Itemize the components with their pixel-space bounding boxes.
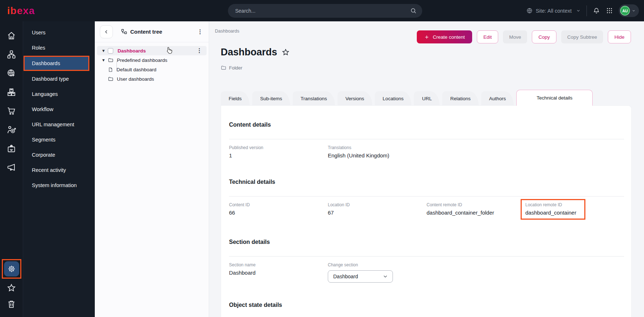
content-type-label: Folder xyxy=(229,65,242,71)
technical-details-panel: Content details Published version 1 Tran… xyxy=(221,105,632,317)
tab-technical-details[interactable]: Technical details xyxy=(516,90,593,106)
field-location-id: Location ID 67 xyxy=(328,202,427,220)
tab-url[interactable]: URL xyxy=(414,91,440,106)
menu-item-dashboards[interactable]: Dashboards xyxy=(25,57,88,70)
annotation-highlight-dashboards: Dashboards xyxy=(24,56,89,71)
main-content: Dashboards Create content Edit Move Copy… xyxy=(209,21,644,317)
packages-icon[interactable] xyxy=(7,87,16,97)
menu-item-dashboard-type[interactable]: Dashboard type xyxy=(23,71,95,86)
icon-rail xyxy=(0,21,23,317)
tree-guide-line xyxy=(116,61,117,71)
content-type-row: Folder xyxy=(221,65,242,71)
tab-sub-items[interactable]: Sub-items xyxy=(252,91,290,106)
search-input[interactable] xyxy=(235,8,410,14)
field-content-remote-id: Content remote ID dashboard_container_fo… xyxy=(427,202,525,220)
divider xyxy=(229,196,624,196)
caret-down-icon[interactable]: ▼ xyxy=(101,48,106,53)
caret-down-icon[interactable]: ▼ xyxy=(101,58,106,62)
tree-item-label: Default dashboard xyxy=(116,67,156,72)
section-details-heading: Section details xyxy=(229,239,624,245)
site-context-selector[interactable]: Site: All context xyxy=(526,7,581,14)
tree-item-label: User dashboards xyxy=(117,76,154,82)
menu-item-users[interactable]: Users xyxy=(23,25,95,40)
globe-pointer-icon[interactable] xyxy=(7,68,16,78)
plus-icon xyxy=(424,34,429,40)
notifications-bell-icon[interactable] xyxy=(593,7,600,14)
globe-icon xyxy=(526,7,533,14)
menu-item-corporate[interactable]: Corporate xyxy=(23,147,95,162)
object-state-details-heading: Object state details xyxy=(229,302,624,308)
content-tree-icon xyxy=(121,29,127,35)
breadcrumb[interactable]: Dashboards xyxy=(215,29,239,34)
chevron-down-icon xyxy=(382,274,388,279)
tree-item-dashboards[interactable]: ▼ Dashboards ⋮ xyxy=(97,46,207,55)
copy-button[interactable]: Copy xyxy=(532,30,556,43)
tree-checkbox[interactable] xyxy=(108,48,113,54)
tree-item-label: Dashboards xyxy=(118,48,146,54)
avatar: AU xyxy=(620,6,630,16)
field-change-section: Change section Dashboard xyxy=(328,262,427,283)
content-tree-panel: Content tree ⋮ ▼ Dashboards ⋮ ▼ Predefin… xyxy=(95,21,209,317)
field-published-version: Published version 1 xyxy=(229,145,328,158)
tree-item-label: Predefined dashboards xyxy=(117,58,168,63)
tree-item-user-dashboards[interactable]: ▼ User dashboards xyxy=(97,74,207,84)
page-title: Dashboards xyxy=(221,47,277,58)
technical-details-heading: Technical details xyxy=(229,179,624,185)
menu-item-recent-activity[interactable]: Recent activity xyxy=(23,162,95,178)
annotation-highlight-location-remote-id: Location remote ID dashboard_container xyxy=(521,199,585,220)
gear-icon xyxy=(7,264,16,274)
trash-icon[interactable] xyxy=(7,299,16,309)
tab-authors[interactable]: Authors xyxy=(481,91,514,106)
content-details-heading: Content details xyxy=(229,122,624,128)
menu-item-segments[interactable]: Segments xyxy=(23,132,95,147)
bookmarks-star-icon[interactable] xyxy=(7,283,16,293)
topbar-divider xyxy=(586,5,587,16)
content-tree-title: Content tree xyxy=(130,29,162,35)
global-search[interactable] xyxy=(228,4,422,18)
megaphone-icon[interactable] xyxy=(7,162,16,172)
tab-relations[interactable]: Relations xyxy=(442,91,478,106)
cart-icon[interactable] xyxy=(7,106,16,116)
action-toolbar: Create content Edit Move Copy Copy Subtr… xyxy=(417,30,631,43)
change-section-dropdown[interactable]: Dashboard xyxy=(328,270,393,283)
menu-item-languages[interactable]: Languages xyxy=(23,86,95,102)
favorite-star-icon[interactable] xyxy=(281,48,290,56)
create-content-button[interactable]: Create content xyxy=(417,30,472,43)
admin-menu-sidebar: Users Roles Dashboards Dashboard type La… xyxy=(23,21,95,317)
tree-item-predefined-dashboards[interactable]: ▼ Predefined dashboards xyxy=(97,55,207,65)
field-section-name: Section name Dashboard xyxy=(229,262,328,283)
search-icon[interactable] xyxy=(410,7,417,14)
tree-options-kebab-icon[interactable]: ⋮ xyxy=(197,29,203,35)
annotation-highlight-gear xyxy=(2,259,21,279)
copy-subtree-button[interactable]: Copy Subtree xyxy=(561,30,603,43)
tab-translations[interactable]: Translations xyxy=(293,91,335,106)
id-badge-icon[interactable] xyxy=(7,144,16,153)
chevron-down-icon xyxy=(576,8,581,13)
menu-item-system-information[interactable]: System information xyxy=(23,178,95,193)
tab-locations[interactable]: Locations xyxy=(375,91,412,106)
tree-item-kebab-icon[interactable]: ⋮ xyxy=(196,48,202,54)
tab-versions[interactable]: Versions xyxy=(338,91,372,106)
tree-item-default-dashboard[interactable]: ▼ Default dashboard xyxy=(97,65,207,74)
admin-settings-active[interactable] xyxy=(4,261,19,276)
home-icon[interactable] xyxy=(7,31,16,41)
edit-button[interactable]: Edit xyxy=(477,30,498,43)
apps-grid-icon[interactable] xyxy=(606,7,613,14)
hide-button[interactable]: Hide xyxy=(608,30,631,43)
folder-icon xyxy=(221,65,226,71)
collapse-tree-button[interactable] xyxy=(100,25,113,38)
divider xyxy=(229,139,624,139)
menu-item-roles[interactable]: Roles xyxy=(23,40,95,55)
move-button[interactable]: Move xyxy=(503,30,527,43)
menu-item-workflow[interactable]: Workflow xyxy=(23,102,95,117)
audience-target-icon[interactable] xyxy=(7,125,16,135)
field-translations: Translations English (United Kingdom) xyxy=(328,145,427,158)
tab-fields[interactable]: Fields xyxy=(221,91,250,106)
chevron-down-icon xyxy=(632,9,636,13)
topbar: ibexa Site: All context AU xyxy=(0,0,644,21)
sitemap-icon[interactable] xyxy=(7,50,16,59)
divider xyxy=(229,256,624,257)
file-icon xyxy=(108,67,113,72)
user-menu[interactable]: AU xyxy=(619,4,639,17)
menu-item-url-management[interactable]: URL management xyxy=(23,117,95,132)
